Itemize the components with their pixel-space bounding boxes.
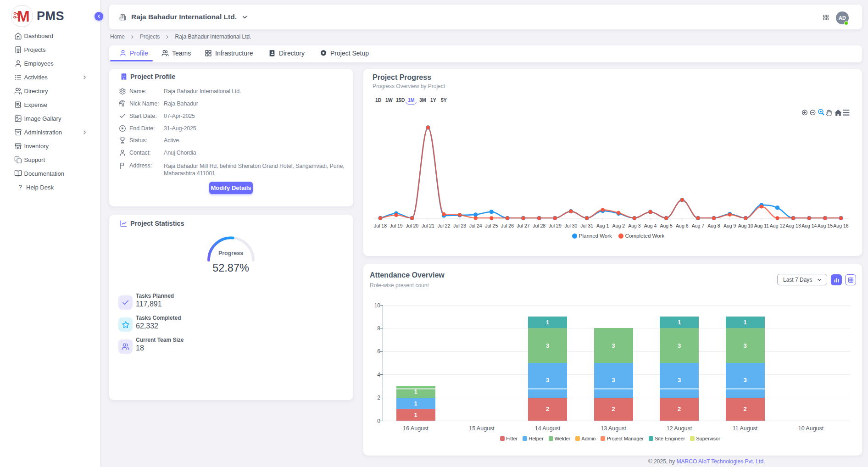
svg-text:Jul 19: Jul 19 xyxy=(390,223,403,228)
svg-text:Aug 4: Aug 4 xyxy=(644,223,657,228)
svg-text:Aug 6: Aug 6 xyxy=(676,223,689,228)
svg-text:Jul 31: Jul 31 xyxy=(580,223,593,228)
svg-text:Jul 29: Jul 29 xyxy=(549,223,562,228)
svg-text:Aug 13: Aug 13 xyxy=(785,223,801,228)
svg-text:Aug 10: Aug 10 xyxy=(738,223,753,228)
svg-text:Jul 25: Jul 25 xyxy=(485,223,498,228)
svg-text:Jul 27: Jul 27 xyxy=(517,223,530,228)
svg-text:Aug 14: Aug 14 xyxy=(801,223,817,228)
svg-text:Jul 23: Jul 23 xyxy=(453,223,466,228)
svg-text:Jul 20: Jul 20 xyxy=(406,223,418,228)
svg-text:Jul 21: Jul 21 xyxy=(422,223,434,228)
svg-text:Aug 1: Aug 1 xyxy=(596,223,609,228)
svg-text:Aug 2: Aug 2 xyxy=(612,223,625,228)
svg-text:Jul 26: Jul 26 xyxy=(501,223,514,228)
svg-text:Aug 8: Aug 8 xyxy=(707,223,720,228)
svg-text:Aug 16: Aug 16 xyxy=(833,223,848,228)
svg-text:Aug 7: Aug 7 xyxy=(692,223,705,228)
svg-text:Jul 28: Jul 28 xyxy=(533,223,545,228)
svg-text:Aug 15: Aug 15 xyxy=(818,223,833,228)
svg-text:Jul 30: Jul 30 xyxy=(564,223,577,228)
svg-text:Aug 3: Aug 3 xyxy=(628,223,641,228)
svg-text:Jul 22: Jul 22 xyxy=(437,223,450,228)
svg-text:M: M xyxy=(17,8,30,25)
svg-text:Aug 9: Aug 9 xyxy=(723,223,736,228)
svg-text:Jul 24: Jul 24 xyxy=(469,223,482,228)
svg-text:Aug 12: Aug 12 xyxy=(770,223,785,228)
svg-text:Aug 11: Aug 11 xyxy=(754,223,769,228)
svg-text:Aug 5: Aug 5 xyxy=(660,223,673,228)
svg-text:Jul 18: Jul 18 xyxy=(374,223,387,228)
